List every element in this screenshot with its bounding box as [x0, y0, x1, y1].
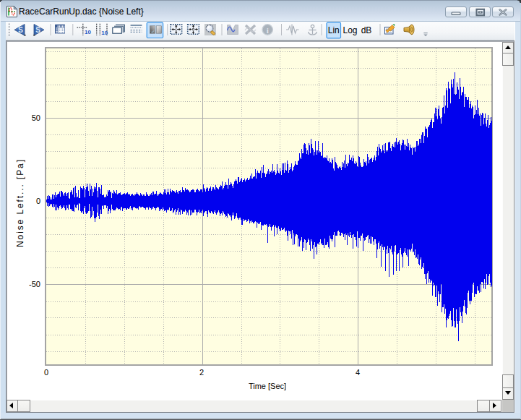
svg-text:Lin: Lin — [328, 25, 340, 35]
svg-text:Log: Log — [343, 25, 357, 35]
svg-text:dB: dB — [361, 25, 372, 35]
svg-text:S: S — [35, 26, 40, 34]
svg-text:10: 10 — [85, 29, 91, 35]
svg-text:i: i — [267, 26, 269, 35]
svg-text:10: 10 — [101, 30, 108, 36]
svg-text:S: S — [18, 26, 23, 34]
